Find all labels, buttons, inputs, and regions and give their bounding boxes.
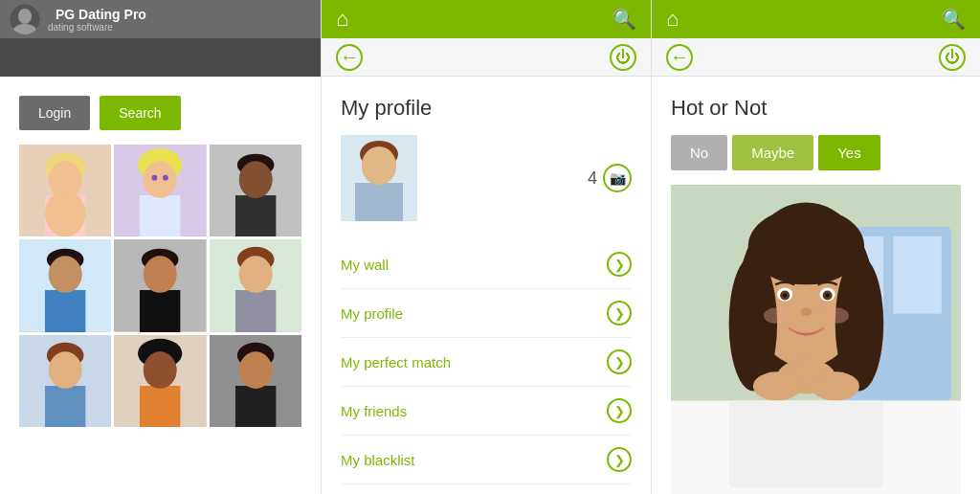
left-panel: PG Dating Pro dating software Login Sear… <box>0 0 321 494</box>
photo-cell[interactable] <box>210 239 301 331</box>
left-content: Login Search <box>0 77 321 494</box>
search-icon[interactable]: 🔍 <box>612 8 636 31</box>
profile-menu-list: My wall ❯ My profile ❯ My perfect match … <box>341 240 632 484</box>
menu-item-profile[interactable]: My profile ❯ <box>341 289 632 338</box>
svg-point-78 <box>748 208 864 285</box>
photo-cell[interactable] <box>19 145 111 236</box>
mid-section-title: My profile <box>341 96 632 121</box>
search-button[interactable]: Search <box>100 96 180 130</box>
camera-icon[interactable]: 📷 <box>603 164 632 192</box>
chevron-icon-blacklist[interactable]: ❯ <box>607 447 632 472</box>
menu-item-match[interactable]: My perfect match ❯ <box>341 338 632 387</box>
right-back-icon[interactable]: ← <box>666 44 693 71</box>
right-nav: ← ⏻ <box>652 38 980 77</box>
mid-header: ⌂ 🔍 <box>322 0 651 38</box>
svg-rect-49 <box>235 386 276 427</box>
chevron-icon-match[interactable]: ❯ <box>607 349 632 374</box>
hot-or-not-photo <box>671 185 961 494</box>
svg-point-20 <box>238 161 272 198</box>
svg-point-35 <box>238 257 272 294</box>
right-header: ⌂ 🔍 <box>652 0 980 38</box>
menu-item-friends[interactable]: My friends ❯ <box>341 387 632 436</box>
action-buttons: Login Search <box>19 96 301 130</box>
photo-grid <box>19 145 301 427</box>
back-icon[interactable]: ← <box>336 44 363 71</box>
svg-point-15 <box>163 175 168 181</box>
svg-point-76 <box>811 371 859 400</box>
svg-rect-34 <box>235 290 276 331</box>
hot-or-not-title: Hot or Not <box>671 96 961 121</box>
login-button[interactable]: Login <box>19 96 90 130</box>
svg-point-13 <box>144 161 177 198</box>
menu-item-blacklist[interactable]: My blacklist ❯ <box>341 436 632 484</box>
right-home-icon[interactable]: ⌂ <box>666 7 679 32</box>
svg-point-40 <box>49 351 82 389</box>
svg-point-8 <box>49 161 82 198</box>
photo-cell[interactable] <box>210 335 301 427</box>
photo-cell[interactable] <box>19 335 111 427</box>
app-logo <box>10 4 40 34</box>
svg-rect-24 <box>45 290 85 331</box>
svg-point-71 <box>800 308 812 316</box>
chevron-icon-friends[interactable]: ❯ <box>607 398 632 423</box>
left-nav-bar <box>0 38 321 77</box>
svg-point-73 <box>826 308 849 324</box>
mid-panel: ⌂ 🔍 ← ⏻ My profile <box>321 0 651 494</box>
photo-cell[interactable] <box>114 335 206 427</box>
photo-cell[interactable] <box>114 145 206 236</box>
vote-yes-button[interactable]: Yes <box>818 135 880 170</box>
svg-rect-77 <box>729 401 884 488</box>
svg-point-1 <box>18 9 32 24</box>
photo-count-row: 4 📷 <box>588 164 632 192</box>
right-power-icon[interactable]: ⏻ <box>939 44 966 71</box>
svg-point-50 <box>238 351 272 389</box>
right-content: Hot or Not No Maybe Yes <box>652 77 980 494</box>
menu-link-friends[interactable]: My friends <box>341 403 407 419</box>
power-icon[interactable]: ⏻ <box>610 44 636 71</box>
vote-row: No Maybe Yes <box>671 135 961 170</box>
svg-point-30 <box>144 257 177 294</box>
svg-point-25 <box>49 257 82 294</box>
svg-rect-59 <box>893 236 942 314</box>
svg-rect-39 <box>45 386 85 427</box>
vote-no-button[interactable]: No <box>671 135 727 170</box>
photo-cell[interactable] <box>19 239 111 331</box>
photo-cell[interactable] <box>114 239 206 331</box>
svg-rect-54 <box>355 183 403 221</box>
svg-point-69 <box>783 293 787 297</box>
app-subtitle: dating software <box>48 22 146 33</box>
svg-point-72 <box>764 308 787 324</box>
svg-rect-44 <box>140 386 180 427</box>
right-panel: ⌂ 🔍 ← ⏻ Hot or Not No Maybe Yes <box>651 0 980 494</box>
vote-maybe-button[interactable]: Maybe <box>732 135 813 170</box>
right-search-icon[interactable]: 🔍 <box>942 8 966 31</box>
mid-nav: ← ⏻ <box>322 38 651 77</box>
svg-rect-12 <box>140 195 180 236</box>
svg-rect-29 <box>140 290 180 331</box>
photo-cell[interactable] <box>210 145 301 236</box>
mid-content: My profile 4 📷 M <box>322 77 651 494</box>
menu-link-blacklist[interactable]: My blacklist <box>341 452 415 468</box>
chevron-icon-profile[interactable]: ❯ <box>607 301 632 326</box>
svg-point-14 <box>152 175 158 181</box>
svg-point-75 <box>753 371 802 400</box>
photo-count-number: 4 <box>588 168 597 189</box>
menu-link-wall[interactable]: My wall <box>341 257 389 273</box>
svg-point-55 <box>362 146 396 185</box>
chevron-icon-wall[interactable]: ❯ <box>607 252 632 277</box>
home-icon[interactable]: ⌂ <box>336 7 348 32</box>
menu-item-wall[interactable]: My wall ❯ <box>341 240 632 289</box>
profile-avatar[interactable] <box>341 135 417 221</box>
left-header: PG Dating Pro dating software <box>0 0 321 38</box>
menu-link-profile[interactable]: My profile <box>341 305 403 322</box>
svg-point-70 <box>826 293 830 297</box>
app-title: PG Dating Pro <box>56 7 146 22</box>
profile-avatar-row: 4 📷 <box>341 135 632 221</box>
menu-link-match[interactable]: My perfect match <box>341 354 451 370</box>
svg-point-45 <box>144 351 177 389</box>
svg-rect-19 <box>235 195 276 236</box>
